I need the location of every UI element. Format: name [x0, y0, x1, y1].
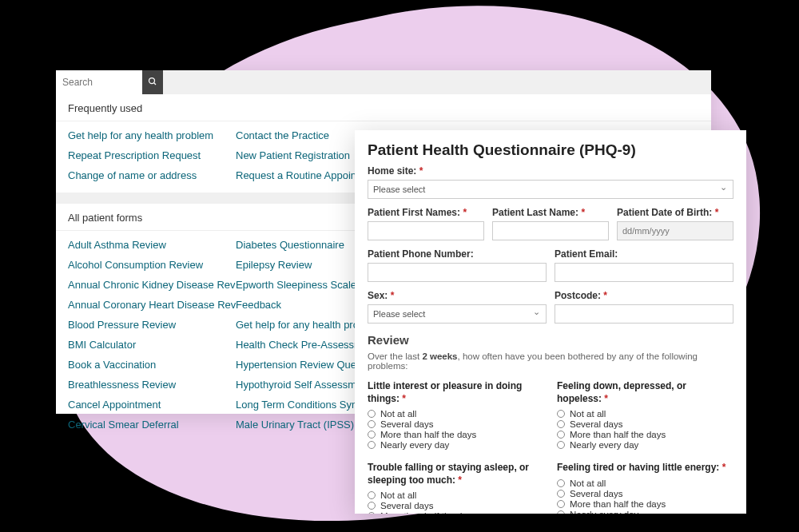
sex-select[interactable]: Please select	[368, 304, 547, 324]
radio-label: More than half the days	[570, 430, 666, 439]
radio-option[interactable]: Not at all	[368, 409, 544, 419]
form-title: Patient Health Questionnaire (PHQ-9)	[368, 141, 733, 159]
radio-option[interactable]: More than half the days	[557, 430, 733, 439]
radio-label: More than half the days	[570, 499, 666, 509]
radio-option[interactable]: Not at all	[368, 490, 544, 500]
last-name-input[interactable]	[492, 221, 609, 240]
phone-label: Patient Phone Number:	[368, 248, 547, 260]
radio-label: Nearly every day	[380, 440, 449, 450]
radio-label: Not at all	[570, 478, 606, 488]
radio-option[interactable]: Several days	[557, 419, 733, 429]
radio-option[interactable]: Nearly every day	[368, 440, 544, 450]
home-site-select[interactable]: Please select	[368, 180, 733, 199]
link-item[interactable]: BMI Calculator	[68, 339, 236, 351]
radio-label: Several days	[570, 489, 622, 498]
radio-option[interactable]: Nearly every day	[557, 510, 733, 514]
link-item[interactable]: Breathlessness Review	[68, 379, 236, 391]
radio-option[interactable]: Nearly every day	[557, 440, 733, 450]
radio-option[interactable]: More than half the days	[368, 430, 544, 439]
svg-point-0	[149, 78, 155, 84]
search-icon	[148, 77, 157, 88]
link-item[interactable]: Blood Pressure Review	[68, 319, 236, 331]
question-block: Trouble falling or staying asleep, or sl…	[368, 462, 544, 514]
radio-icon	[368, 420, 376, 428]
radio-icon	[557, 510, 565, 514]
radio-label: Several days	[380, 501, 433, 510]
frequently-used-header: Frequently used	[56, 94, 711, 121]
radio-option[interactable]: Not at all	[557, 478, 733, 488]
question-label: Feeling down, depressed, or hopeless: *	[557, 380, 733, 405]
svg-line-1	[154, 83, 157, 85]
radio-icon	[368, 410, 376, 418]
home-site-label: Home site: *	[368, 165, 733, 177]
link-item[interactable]: Adult Asthma Review	[68, 239, 236, 251]
link-item[interactable]: Book a Vaccination	[68, 359, 236, 371]
radio-label: Nearly every day	[570, 440, 638, 450]
radio-option[interactable]: More than half the days	[368, 511, 544, 514]
dob-input[interactable]	[617, 221, 733, 240]
link-item[interactable]: Annual Chronic Kidney Disease Review	[68, 279, 236, 291]
question-label: Trouble falling or staying asleep, or sl…	[368, 462, 544, 486]
radio-label: Not at all	[380, 409, 416, 419]
phone-input[interactable]	[368, 263, 547, 282]
radio-icon	[557, 431, 565, 439]
radio-icon	[368, 441, 376, 449]
postcode-label: Postcode: *	[555, 290, 733, 301]
search-bar	[56, 70, 711, 94]
radio-icon	[557, 410, 565, 418]
search-button[interactable]	[142, 70, 163, 94]
link-item[interactable]: Alcohol Consumption Review	[68, 259, 236, 271]
radio-icon	[368, 512, 376, 514]
email-label: Patient Email:	[555, 248, 733, 260]
link-item[interactable]: Change of name or address	[68, 169, 236, 181]
radio-label: Not at all	[570, 409, 606, 419]
sex-label: Sex: *	[368, 290, 547, 301]
radio-icon	[368, 502, 376, 510]
dob-label: Patient Date of Birth: *	[617, 207, 733, 218]
search-input[interactable]	[56, 70, 142, 94]
radio-icon	[368, 431, 376, 439]
link-item[interactable]: Cervical Smear Deferral	[68, 419, 236, 431]
link-item[interactable]: Get help for any health problem	[68, 129, 236, 141]
radio-label: Several days	[380, 419, 433, 429]
radio-icon	[557, 500, 565, 508]
question-block: Little interest or pleasure in doing thi…	[368, 380, 544, 451]
radio-icon	[557, 490, 565, 498]
link-item[interactable]: Repeat Prescription Request	[68, 149, 236, 161]
radio-option[interactable]: Several days	[557, 489, 733, 498]
radio-label: Several days	[570, 419, 622, 429]
review-intro: Over the last 2 weeks, how often have yo…	[368, 351, 733, 371]
phq9-form-panel: Patient Health Questionnaire (PHQ-9) Hom…	[355, 130, 746, 514]
first-names-input[interactable]	[368, 221, 484, 240]
radio-icon	[557, 420, 565, 428]
question-label: Feeling tired or having little energy: *	[557, 462, 733, 474]
postcode-input[interactable]	[555, 304, 733, 324]
radio-icon	[368, 491, 376, 499]
radio-label: More than half the days	[380, 511, 476, 514]
first-names-label: Patient First Names: *	[368, 207, 484, 218]
link-item[interactable]: Cancel Appointment	[68, 399, 236, 411]
radio-option[interactable]: Several days	[368, 419, 544, 429]
radio-icon	[557, 441, 565, 449]
radio-option[interactable]: Not at all	[557, 409, 733, 419]
radio-option[interactable]: More than half the days	[557, 499, 733, 509]
radio-icon	[557, 479, 565, 487]
questions-grid: Little interest or pleasure in doing thi…	[368, 380, 733, 514]
radio-label: More than half the days	[380, 430, 476, 439]
review-heading: Review	[368, 333, 733, 347]
radio-label: Not at all	[380, 490, 416, 500]
question-block: Feeling tired or having little energy: *…	[557, 462, 733, 514]
radio-option[interactable]: Several days	[368, 501, 544, 510]
question-label: Little interest or pleasure in doing thi…	[368, 380, 544, 405]
last-name-label: Patient Last Name: *	[492, 207, 609, 218]
email-input[interactable]	[555, 263, 733, 282]
radio-label: Nearly every day	[570, 510, 638, 514]
link-item[interactable]: Annual Coronary Heart Disease Review	[68, 299, 236, 311]
question-block: Feeling down, depressed, or hopeless: *N…	[557, 380, 733, 451]
